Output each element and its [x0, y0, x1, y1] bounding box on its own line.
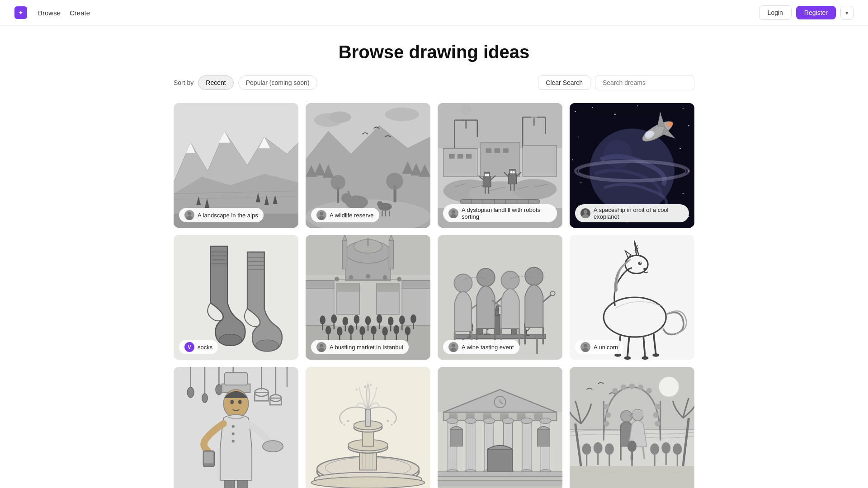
- svg-point-400: [627, 441, 637, 452]
- svg-rect-363: [438, 485, 562, 488]
- svg-point-47: [330, 175, 345, 190]
- svg-rect-85: [509, 174, 517, 184]
- card-socks[interactable]: V socks: [174, 235, 298, 360]
- svg-point-210: [318, 348, 325, 352]
- svg-point-292: [232, 432, 235, 435]
- search-input[interactable]: [595, 75, 694, 90]
- filter-popular[interactable]: Popular (coming soon): [238, 75, 317, 90]
- card-label-wildlife: A wildlife reserve: [311, 208, 425, 222]
- svg-point-376: [655, 421, 660, 427]
- card-label-spaceship: A spaceship in orbit of a cool exoplanet: [575, 204, 689, 222]
- svg-point-320: [356, 389, 358, 390]
- card-wildlife[interactable]: A wildlife reserve: [306, 103, 430, 228]
- svg-point-290: [238, 400, 242, 404]
- svg-point-375: [653, 412, 659, 418]
- svg-point-113: [688, 125, 689, 127]
- svg-point-281: [216, 385, 222, 395]
- svg-rect-345: [522, 421, 531, 472]
- logo[interactable]: ✦: [14, 6, 27, 19]
- svg-point-23: [385, 108, 419, 121]
- svg-point-48: [320, 212, 323, 216]
- svg-point-201: [405, 326, 411, 335]
- svg-point-193: [359, 326, 365, 335]
- filter-recent[interactable]: Recent: [198, 75, 233, 90]
- register-button[interactable]: Register: [796, 6, 836, 19]
- svg-point-115: [679, 148, 681, 149]
- svg-point-169: [320, 315, 326, 324]
- filter-right: Clear Search: [538, 75, 694, 90]
- svg-point-171: [331, 314, 337, 324]
- svg-rect-68: [503, 148, 509, 153]
- svg-point-270: [582, 348, 589, 352]
- svg-point-318: [364, 385, 366, 388]
- svg-point-112: [683, 108, 684, 109]
- svg-point-189: [337, 327, 343, 336]
- svg-point-258: [638, 262, 642, 265]
- svg-point-266: [624, 356, 631, 360]
- card-label-text: A bustling market in Istanbul: [330, 344, 403, 351]
- svg-point-40: [377, 201, 383, 207]
- svg-point-191: [348, 325, 354, 334]
- svg-point-175: [354, 315, 360, 324]
- header: ✦ Browse Create Login Register ▾: [0, 0, 868, 26]
- card-label-text: A unicorn: [594, 344, 618, 351]
- card-chef[interactable]: [174, 367, 298, 488]
- svg-point-19: [186, 216, 193, 220]
- svg-point-138: [582, 214, 589, 218]
- card-fountain[interactable]: [306, 367, 430, 488]
- login-button[interactable]: Login: [759, 5, 792, 20]
- svg-point-396: [661, 442, 670, 454]
- card-market[interactable]: A bustling market in Istanbul: [306, 235, 430, 360]
- chevron-button[interactable]: ▾: [840, 6, 854, 20]
- svg-point-197: [382, 327, 388, 336]
- svg-rect-158: [389, 241, 393, 269]
- svg-point-380: [638, 385, 644, 390]
- svg-point-267: [642, 356, 648, 360]
- svg-rect-359: [538, 429, 550, 446]
- card-dystopian[interactable]: A dystopian landfill with robots sorting: [438, 103, 562, 228]
- card-wedding[interactable]: [570, 367, 694, 488]
- card-unicorn[interactable]: A unicorn: [570, 235, 694, 360]
- svg-point-378: [621, 385, 627, 390]
- card-label-wine: A wine tasting event: [443, 340, 557, 354]
- svg-point-394: [650, 443, 659, 455]
- svg-rect-93: [460, 199, 540, 204]
- card-landscape[interactable]: A landscape in the alps: [174, 103, 298, 228]
- svg-rect-60: [443, 148, 477, 177]
- svg-rect-220: [496, 306, 498, 310]
- svg-point-343: [502, 418, 514, 424]
- svg-rect-295: [204, 452, 213, 463]
- card-spaceship[interactable]: A spaceship in orbit of a cool exoplanet: [570, 103, 694, 228]
- svg-point-183: [399, 315, 405, 324]
- svg-marker-162: [306, 280, 334, 289]
- svg-point-293: [232, 440, 235, 442]
- card-wine[interactable]: A wine tasting event: [438, 235, 562, 360]
- svg-point-385: [632, 409, 643, 421]
- svg-rect-65: [466, 154, 472, 159]
- svg-point-187: [326, 326, 331, 335]
- svg-point-371: [604, 404, 609, 410]
- svg-point-205: [366, 274, 370, 279]
- svg-point-181: [388, 317, 394, 326]
- svg-point-49: [318, 216, 325, 220]
- svg-point-195: [371, 326, 377, 335]
- card-label-dystopian: A dystopian landfill with robots sorting: [443, 204, 557, 222]
- card-label-unicorn: A unicorn: [575, 340, 689, 354]
- nav-browse[interactable]: Browse: [38, 9, 61, 17]
- card-label-text: A dystopian landfill with robots sorting: [462, 206, 552, 220]
- card-label-socks: V socks: [179, 340, 293, 354]
- svg-point-104: [452, 210, 455, 214]
- svg-marker-166: [337, 283, 359, 292]
- card-building[interactable]: [438, 367, 562, 488]
- svg-point-235: [477, 268, 495, 286]
- svg-point-259: [640, 262, 642, 263]
- svg-rect-360: [438, 472, 562, 476]
- main-content: Browse drawing ideas Sort by Recent Popu…: [163, 26, 705, 488]
- svg-point-373: [604, 421, 609, 427]
- svg-point-103: [529, 108, 539, 118]
- clear-search-button[interactable]: Clear Search: [538, 75, 590, 90]
- svg-point-296: [263, 441, 283, 452]
- nav-create[interactable]: Create: [70, 9, 90, 17]
- svg-point-105: [450, 214, 457, 218]
- svg-point-291: [232, 425, 235, 428]
